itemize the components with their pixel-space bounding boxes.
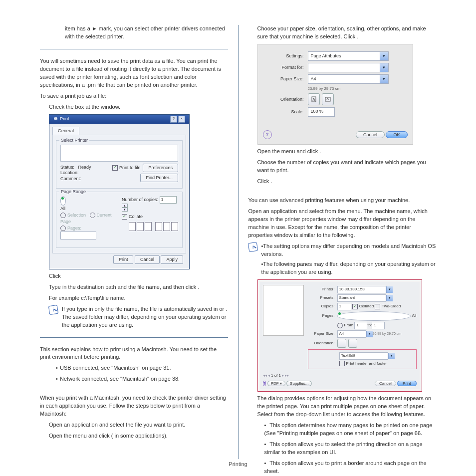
p-save-job: To save a print job as a file: (40, 92, 228, 100)
note-icon: i (247, 242, 257, 252)
printer-icon: 🖶 (53, 116, 58, 122)
preferences-button[interactable]: Preferences (143, 164, 178, 172)
note-setting: i •The setting options may differ depend… (248, 242, 437, 276)
chevron-down-icon: ▾ (380, 52, 388, 60)
page-setup-panel: Settings: Page Attributes▾ Format for: ▾… (257, 44, 413, 145)
printer-list[interactable] (60, 145, 178, 162)
group-page-range: Page Range All Selection Current Page Pa… (56, 192, 183, 248)
collate-check[interactable]: ✓ (122, 214, 127, 220)
format-select[interactable]: ▾ (308, 63, 389, 72)
p-click2: Click . (248, 178, 437, 186)
help-icon[interactable]: ? (263, 130, 272, 139)
feat-direction: • This option allows you to select the p… (248, 441, 437, 457)
p-advanced: You can use advanced printing features w… (248, 197, 437, 205)
print-dialog: 🖶 Print ? × General Select Printer Statu… (49, 114, 190, 269)
scale-input[interactable]: 100 % (308, 107, 335, 117)
p-mac-intro: This section explains how to print using… (40, 346, 228, 362)
p-example: For example c:\Temp\file name. (40, 294, 228, 302)
copies-input[interactable]: 1 (160, 196, 177, 204)
ok-button[interactable]: OK (386, 131, 407, 138)
cancel-button[interactable]: Cancel (356, 131, 385, 138)
p-click: Click (40, 272, 228, 280)
pane-select[interactable]: TextEdit (339, 352, 388, 360)
divider (40, 337, 228, 338)
note-filename: i If you type in only the file name, the… (40, 305, 228, 329)
step-open-app: Open an application and select the file … (40, 421, 228, 429)
bullet-usb: •USB connected, see "Macintosh" on page … (40, 364, 228, 372)
mac-print-dialog: Printer:10.88.189.158▾ Presets:Standard▾… (257, 279, 422, 392)
note-icon: i (48, 305, 58, 315)
chevron-down-icon: ▾ (380, 75, 388, 83)
printer-select[interactable]: 10.88.189.158 (337, 286, 386, 293)
p-mac-driver: When you print with a Macintosh, you nee… (40, 394, 228, 418)
divider (40, 49, 228, 49)
page-footer: Printing (0, 461, 476, 467)
bullet-net: •Network connected, see "Macintosh" on p… (40, 375, 228, 383)
chevron-down-icon: ▾ (380, 63, 388, 72)
right-column: Choose your paper size, orientation, sca… (238, 25, 447, 459)
close-icon[interactable]: × (178, 116, 185, 123)
portrait-button[interactable] (308, 93, 320, 105)
p-save-intro: You will sometimes need to save the prin… (40, 57, 228, 89)
dialog-titlebar: 🖶 Print ? × (49, 115, 189, 124)
page-thumbnail (263, 285, 304, 336)
find-printer-button[interactable]: Find Printer... (140, 174, 178, 182)
p-open-app: Open an application and select from the … (248, 208, 437, 239)
tab-general[interactable]: General (52, 127, 79, 135)
dialog-title: Print (60, 116, 69, 122)
feat-pages-per-sheet: • This option determines how many pages … (248, 422, 437, 438)
cancel-button[interactable]: Cancel (135, 255, 160, 264)
radio-pages[interactable] (60, 226, 66, 231)
p-check-box: Check the box at the window. (40, 103, 228, 111)
print-button[interactable]: Print (113, 255, 134, 264)
radio-current[interactable] (90, 213, 95, 218)
radio-selection[interactable] (60, 213, 66, 218)
papersize-select[interactable]: A4▾ (308, 74, 389, 84)
presets-select[interactable]: Standard (337, 294, 386, 302)
landscape-button[interactable] (322, 93, 334, 105)
p-open-menu: Open the menu and click . (248, 148, 437, 156)
step-open-menu: Open the menu and click ( in some applic… (40, 432, 228, 440)
print-to-file-check[interactable]: ✓ (112, 165, 118, 171)
p-mark: item has a ► mark, you can select other … (40, 25, 228, 41)
left-column: item has a ► mark, you can select other … (30, 25, 238, 459)
group-select-printer: Select Printer Status: Ready Location: C… (56, 140, 183, 189)
help-icon[interactable]: ? (170, 116, 177, 123)
p-copies: Choose the number of copies you want and… (248, 159, 437, 175)
p-choose-paper: Choose your paper size, orientation, sca… (248, 25, 437, 41)
apply-button[interactable]: Apply (161, 255, 183, 264)
radio-all[interactable] (60, 196, 66, 206)
settings-select[interactable]: Page Attributes▾ (308, 51, 389, 61)
p-layout: The dialog provides options for adjustin… (248, 395, 437, 419)
p-type-dest: Type in the destination path and the fil… (40, 283, 228, 291)
